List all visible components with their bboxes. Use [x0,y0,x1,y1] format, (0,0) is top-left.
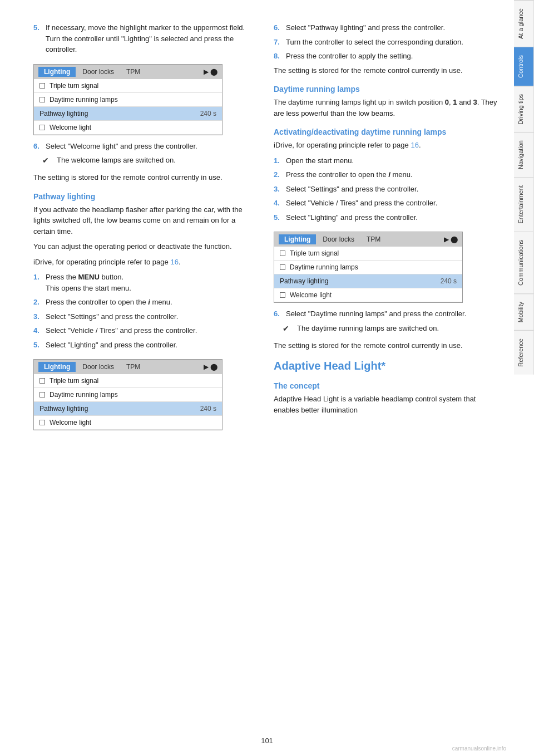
sidebar-tab-mobility[interactable]: Mobility [514,293,534,330]
step-6-left: 6. Select "Welcome light" and press the … [33,141,257,152]
daytime-step-1-text: Open the start menu. [286,155,497,166]
idrive-ui-1: Lighting Door locks TPM ▶ ⬤ Triple turn … [33,64,222,135]
idrive-row-triple-1: Triple turn signal [34,79,222,93]
concept-para: Adaptive Head Light is a variable headla… [274,394,497,415]
idrive-tab-doorlocks-2: Door locks [77,362,120,372]
idrive-value-pathway-2: 240 s [200,405,216,413]
sidebar-tab-entertainment[interactable]: Entertainment [514,177,534,231]
idrive-value-pathway-1: 240 s [200,110,216,117]
adaptive-head-light-title: Adaptive Head Light* [274,360,497,372]
idrive-header-1: Lighting Door locks TPM ▶ ⬤ [34,65,222,79]
idrive-tab-doorlocks-1: Door locks [77,67,120,77]
idrive-checkbox-triple-2 [39,378,45,384]
pathway-step-2: 2. Press the controller to open the i me… [33,297,257,308]
idrive-checkbox-triple-1 [39,83,45,89]
sidebar-tab-controls[interactable]: Controls [514,47,534,86]
idrive-checkbox-daytime-1 [39,97,45,102]
daytime-step-2: 2. Press the controller to open the i me… [274,169,497,180]
idrive-row-daytime-3: Daytime running lamps [274,261,462,274]
idrive-row-pathway-3: Pathway lighting 240 s [274,274,462,288]
pathway-step-5-num: 5. [33,340,42,351]
idrive-checkbox-welcome-3 [280,292,285,298]
idrive-link-right[interactable]: 16 [411,141,418,149]
idrive-label-welcome-2: Welcome light [50,419,91,426]
daytime-para: The daytime running lamps light up in sw… [274,97,497,119]
right-step-6-num: 6. [274,22,283,33]
right-step-7-num: 7. [274,37,283,48]
idrive-value-pathway-3: 240 s [441,277,457,285]
setting-note-right-2: The setting is stored for the remote con… [274,340,497,351]
idrive-checkbox-triple-3 [280,251,285,256]
idrive-label-welcome-1: Welcome light [50,124,91,131]
idrive-tab-tpm-2: TPM [121,362,146,372]
pathway-step-5-text: Select "Lighting" and press the controll… [46,340,257,351]
pathway-step-1-text: Press the MENU button.This opens the sta… [46,272,257,293]
check-note-1: ✔ The welcome lamps are switched on. [42,155,257,166]
idrive-row-pathway-1: Pathway lighting 240 s [34,107,222,121]
idrive-screenshot-1: Lighting Door locks TPM ▶ ⬤ Triple turn … [33,58,222,141]
right-step-7-text: Turn the controller to select the corres… [286,37,497,48]
setting-note-left: The setting is stored for the remote con… [33,172,257,183]
daytime-step-6-num: 6. [274,308,283,320]
concept-title: The concept [274,381,497,390]
idrive-row-triple-3: Triple turn signal [274,247,462,261]
sidebar-tab-communications[interactable]: Communications [514,232,534,293]
idrive-checkbox-welcome-1 [39,125,45,130]
pathway-step-5: 5. Select "Lighting" and press the contr… [33,340,257,351]
idrive-checkbox-welcome-2 [39,420,45,425]
idrive-label-triple-3: Triple turn signal [290,249,339,257]
checkmark-icon-1: ✔ [42,155,53,166]
idrive-arrows-3: ▶ ⬤ [444,235,458,243]
idrive-row-daytime-1: Daytime running lamps [34,93,222,107]
pathway-step-2-text: Press the controller to open the i menu. [46,297,257,308]
pathway-para-1: If you activate the headlamp flasher aft… [33,204,257,237]
idrive-label-triple-1: Triple turn signal [50,82,98,90]
idrive-ui-3: Lighting Door locks TPM ▶ ⬤ Triple turn … [274,232,463,303]
idrive-row-welcome-2: Welcome light [34,416,222,430]
idrive-tab-tpm-3: TPM [361,234,386,244]
idrive-link-left[interactable]: 16 [170,258,178,266]
idrive-tab-lighting-1: Lighting [38,67,76,77]
right-step-8-num: 8. [274,51,283,62]
idrive-checkbox-daytime-2 [39,392,45,397]
pathway-para-2: You can adjust the operating period or d… [33,241,257,252]
right-column: 6. Select "Pathway lighting" and press t… [274,22,497,436]
idrive-label-daytime-2: Daytime running lamps [50,391,118,399]
daytime-step-1: 1. Open the start menu. [274,155,497,166]
idrive-tab-tpm-1: TPM [121,67,146,77]
daytime-step-4-num: 4. [274,198,283,209]
sidebar-tab-navigation[interactable]: Navigation [514,132,534,177]
sidebar-tab-at-a-glance[interactable]: At a glance [514,0,534,47]
check-text-2: The daytime running lamps are switched o… [297,323,439,334]
idrive-tab-lighting-2: Lighting [38,362,76,372]
idrive-label-daytime-1: Daytime running lamps [50,96,118,104]
right-step-7: 7. Turn the controller to select the cor… [274,37,497,48]
idrive-row-daytime-2: Daytime running lamps [34,388,222,402]
pathway-step-3: 3. Select "Settings" and press the contr… [33,311,257,322]
sidebar-tab-driving-tips[interactable]: Driving tips [514,86,534,132]
idrive-tab-lighting-3: Lighting [279,234,316,244]
check-text-1: The welcome lamps are switched on. [57,155,176,166]
daytime-step-4-text: Select "Vehicle / Tires" and press the c… [286,198,497,209]
pathway-step-2-num: 2. [33,297,42,308]
step-5: 5. If necessary, move the highlight mark… [33,22,257,55]
daytime-step-1-num: 1. [274,155,283,166]
sidebar-tabs: At a glance Controls Driving tips Naviga… [514,0,534,756]
sidebar-tab-reference[interactable]: Reference [514,330,534,375]
daytime-step-5-num: 5. [274,212,283,223]
daytime-step-2-num: 2. [274,169,283,180]
left-column: 5. If necessary, move the highlight mark… [33,22,257,436]
daytime-lamps-title: Daytime running lamps [274,85,497,94]
idrive-row-welcome-1: Welcome light [34,121,222,135]
pathway-lighting-title: Pathway lighting [33,192,257,201]
step-5-num: 5. [33,22,42,55]
right-step-6-text: Select "Pathway lighting" and press the … [286,22,497,33]
right-step-8: 8. Press the controller to apply the set… [274,51,497,62]
idrive-header-3: Lighting Door locks TPM ▶ ⬤ [274,232,462,247]
idrive-screenshot-3: Lighting Door locks TPM ▶ ⬤ Triple turn … [274,226,463,308]
page-number: 101 [261,737,273,745]
step-6-left-text: Select "Welcome light" and press the con… [46,141,257,152]
daytime-step-5-text: Select "Lighting" and press the controll… [286,212,497,223]
idrive-row-welcome-3: Welcome light [274,288,462,302]
idrive-header-2: Lighting Door locks TPM ▶ ⬤ [34,360,222,374]
